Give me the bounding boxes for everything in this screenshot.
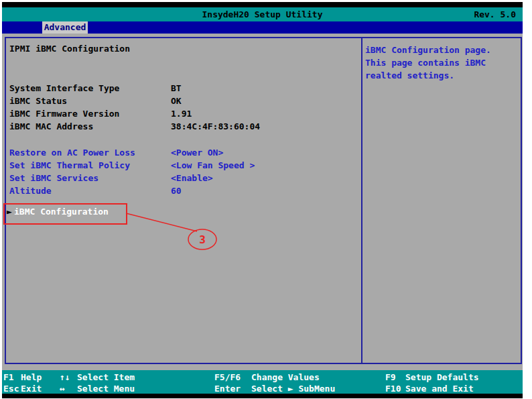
- key-f1-label: Help: [21, 372, 42, 383]
- setting-row-thermal-policy[interactable]: Set iBMC Thermal Policy <Low Fan Speed >: [6, 159, 361, 172]
- info-value: OK: [171, 95, 182, 107]
- panel-divider: [361, 38, 362, 363]
- footer-keybar: F1 Help ↑↓ Select Item F5/F6 Change Valu…: [2, 370, 523, 394]
- setting-value[interactable]: 60: [171, 184, 182, 197]
- info-label: System Interface Type: [9, 82, 119, 95]
- info-value: BT: [171, 82, 182, 95]
- key-leftright-icon: ↔: [60, 383, 65, 394]
- key-leftright-label: Select Menu: [77, 383, 135, 394]
- footer-row-1: F1 Help ↑↓ Select Item F5/F6 Change Valu…: [2, 372, 523, 383]
- key-esc-label: Exit: [21, 383, 42, 394]
- key-updown-label: Select Item: [77, 372, 135, 383]
- key-f1: F1: [3, 372, 14, 383]
- info-row-mac-address: iBMC MAC Address 38:4C:4F:83:60:04: [6, 120, 361, 133]
- key-enter: Enter: [214, 383, 241, 394]
- tab-advanced[interactable]: Advanced: [42, 21, 88, 34]
- info-value: 1.91: [171, 107, 192, 120]
- setting-value[interactable]: <Enable>: [171, 172, 213, 184]
- info-label: iBMC MAC Address: [9, 120, 93, 133]
- setting-row-altitude[interactable]: Altitude 60: [6, 184, 361, 197]
- setting-label: Set iBMC Thermal Policy: [9, 159, 130, 172]
- title-bar: InsydeH20 Setup Utility Rev. 5.0: [2, 7, 523, 21]
- info-label: iBMC Status: [9, 95, 67, 107]
- key-f10-label: Save and Exit: [405, 383, 474, 394]
- app-title: InsydeH20 Setup Utility: [202, 9, 322, 19]
- bios-screen: InsydeH20 Setup Utility Rev. 5.0 Advance…: [2, 2, 523, 398]
- key-f9: F9: [385, 372, 396, 383]
- menu-bar: Advanced: [2, 21, 523, 34]
- key-enter-label: Select ► SubMenu: [251, 383, 335, 394]
- revision-label: Rev. 5.0: [474, 7, 516, 21]
- info-row-interface-type: System Interface Type BT: [6, 82, 361, 95]
- section-title: IPMI iBMC Configuration: [9, 44, 130, 54]
- setting-value[interactable]: <Power ON>: [171, 146, 223, 159]
- key-updown-icon: ↑↓: [60, 372, 70, 383]
- key-f5f6: F5/F6: [214, 372, 241, 383]
- key-f9-label: Setup Defaults: [405, 372, 479, 383]
- setting-label: Set iBMC Services: [9, 172, 98, 184]
- top-black-strip: [2, 2, 523, 7]
- setting-row-ibmc-services[interactable]: Set iBMC Services <Enable>: [6, 172, 361, 184]
- main-panel: IPMI iBMC Configuration System Interface…: [5, 37, 522, 364]
- bottom-black-strip: [2, 394, 523, 398]
- setting-label: Restore on AC Power Loss: [9, 146, 135, 159]
- setting-label: Altitude: [9, 184, 52, 197]
- annotation-highlight-box: [3, 203, 127, 225]
- key-esc: Esc: [3, 383, 19, 394]
- info-row-ibmc-status: iBMC Status OK: [6, 95, 361, 107]
- info-value: 38:4C:4F:83:60:04: [171, 120, 260, 133]
- setting-row-ac-power-loss[interactable]: Restore on AC Power Loss <Power ON>: [6, 146, 361, 159]
- info-label: iBMC Firmware Version: [9, 107, 119, 120]
- key-f10: F10: [385, 383, 401, 394]
- key-f5f6-label: Change Values: [251, 372, 320, 383]
- setting-value[interactable]: <Low Fan Speed >: [171, 159, 255, 172]
- help-panel-text: iBMC Configuration page. This page conta…: [365, 44, 517, 82]
- info-row-firmware-version: iBMC Firmware Version 1.91: [6, 107, 361, 120]
- footer-row-2: Esc Exit ↔ Select Menu Enter Select ► Su…: [2, 383, 523, 394]
